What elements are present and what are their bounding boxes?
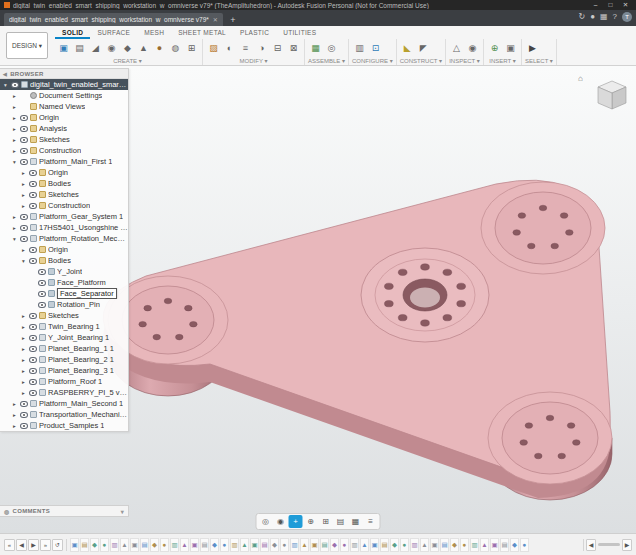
tool-icon[interactable]: ⊞ <box>184 41 199 56</box>
viewcube-cube[interactable] <box>594 78 630 114</box>
timeline-feature-icon[interactable]: ▲ <box>480 538 489 552</box>
browser-item[interactable]: ▸Sketches <box>0 310 128 321</box>
timeline-go-to-start-button[interactable]: « <box>4 539 15 551</box>
ribbon-group-label-insert[interactable]: INSERT ▾ <box>487 57 518 65</box>
browser-item[interactable]: ▸Analysis <box>0 123 128 134</box>
timeline-feature-icon[interactable]: ▥ <box>290 538 299 552</box>
notification-bell-icon[interactable]: ● <box>590 13 595 21</box>
browser-item[interactable]: ▸Transportation_Mechanism 1 <box>0 409 128 420</box>
browser-item[interactable]: ▾Platform_Main_First 1 <box>0 156 128 167</box>
grid-snaps-icon[interactable]: ▦ <box>349 515 363 528</box>
timeline-feature-icon[interactable]: ◆ <box>210 538 219 552</box>
timeline-feature-icon[interactable]: ▤ <box>500 538 509 552</box>
timeline-zoom-slider[interactable] <box>598 543 620 546</box>
timeline-feature-icon[interactable]: ◆ <box>450 538 459 552</box>
visibility-eye-icon[interactable] <box>29 368 37 374</box>
timeline-scroll-left-button[interactable]: ◀ <box>586 539 596 551</box>
timeline-feature-icon[interactable]: ● <box>160 538 169 552</box>
visibility-eye-icon[interactable] <box>20 225 28 231</box>
timeline-feature-icon[interactable]: ▣ <box>190 538 199 552</box>
expand-arrow-icon[interactable]: ▸ <box>11 225 18 231</box>
visibility-eye-icon[interactable] <box>29 324 37 330</box>
timeline-step-back-button[interactable]: ◀ <box>16 539 27 551</box>
expand-arrow-icon[interactable]: ▸ <box>20 181 27 187</box>
tool-icon[interactable]: △ <box>449 41 464 56</box>
viewcube-home-icon[interactable]: ⌂ <box>578 74 583 83</box>
tool-icon[interactable]: ◆ <box>120 41 135 56</box>
close-button[interactable]: ✕ <box>619 1 632 9</box>
ribbon-tab-mesh[interactable]: MESH <box>137 29 171 39</box>
timeline-feature-icon[interactable]: ▥ <box>410 538 419 552</box>
expand-arrow-icon[interactable]: ▸ <box>20 379 27 385</box>
timeline-feature-icon[interactable]: ◆ <box>90 538 99 552</box>
tool-icon[interactable]: ◑ <box>254 41 269 56</box>
collapse-panel-icon[interactable]: ◀ <box>3 71 7 77</box>
viewcube[interactable]: ⌂ <box>578 74 630 118</box>
expand-arrow-icon[interactable]: ▸ <box>11 93 18 99</box>
expand-arrow-icon[interactable]: ▾ <box>11 236 18 242</box>
timeline-feature-icon[interactable]: ▲ <box>420 538 429 552</box>
visibility-eye-icon[interactable] <box>29 346 37 352</box>
new-tab-button[interactable]: + <box>226 13 240 26</box>
tool-icon[interactable]: ▣ <box>56 41 71 56</box>
timeline-feature-icon[interactable]: ◆ <box>150 538 159 552</box>
tool-icon[interactable]: ▶ <box>525 41 540 56</box>
browser-item[interactable]: Y_Joint <box>0 266 128 277</box>
timeline-feature-icon[interactable]: ◆ <box>330 538 339 552</box>
tool-icon[interactable]: ◐ <box>222 41 237 56</box>
browser-item[interactable]: ▸Origin <box>0 112 128 123</box>
visibility-eye-icon[interactable] <box>38 291 46 297</box>
ribbon-tab-utilities[interactable]: UTILITIES <box>276 29 323 39</box>
timeline-feature-icon[interactable]: ● <box>460 538 469 552</box>
expand-arrow-icon[interactable]: ▸ <box>20 335 27 341</box>
timeline-feature-icon[interactable]: ▲ <box>300 538 309 552</box>
tool-icon[interactable]: ◉ <box>104 41 119 56</box>
browser-item[interactable]: ▸Planet_Bearing_2 1 <box>0 354 128 365</box>
browser-item[interactable]: ▸17HS5401_Usongshine v... <box>0 222 128 233</box>
visibility-eye-icon[interactable] <box>29 379 37 385</box>
browser-item[interactable]: ▸RASPBERRY_PI_5 v1 1 <box>0 387 128 398</box>
tool-icon[interactable]: ◤ <box>416 41 431 56</box>
browser-header[interactable]: ◀ BROWSER <box>0 69 128 79</box>
expand-arrow-icon[interactable]: ▸ <box>11 137 18 143</box>
ribbon-tab-solid[interactable]: SOLID <box>55 29 90 39</box>
tool-icon[interactable]: ⊡ <box>368 41 383 56</box>
browser-item[interactable]: ▸Bodies <box>0 178 128 189</box>
timeline-feature-icon[interactable]: ▥ <box>170 538 179 552</box>
help-icon[interactable]: ? <box>613 13 617 21</box>
timeline-feature-icon[interactable]: ▣ <box>370 538 379 552</box>
tool-icon[interactable]: ▥ <box>352 41 367 56</box>
expand-arrow-icon[interactable]: ▾ <box>20 258 27 264</box>
timeline-feature-icon[interactable]: ▣ <box>130 538 139 552</box>
display-settings-icon[interactable]: ▤ <box>334 515 348 528</box>
timeline-play-button[interactable]: ▶ <box>28 539 39 551</box>
look-at-icon[interactable]: ◉ <box>274 515 288 528</box>
job-status-icon[interactable]: ↻ <box>578 13 585 21</box>
timeline-feature-icon[interactable]: ● <box>220 538 229 552</box>
timeline-feature-icon[interactable]: ▲ <box>120 538 129 552</box>
fit-icon[interactable]: ⊞ <box>319 515 333 528</box>
visibility-eye-icon[interactable] <box>20 214 28 220</box>
tool-icon[interactable]: ◎ <box>324 41 339 56</box>
expand-arrow-icon[interactable]: ▸ <box>20 390 27 396</box>
visibility-eye-icon[interactable] <box>29 313 37 319</box>
timeline-feature-icon[interactable]: ▲ <box>360 538 369 552</box>
ribbon-group-label-configure[interactable]: CONFIGURE ▾ <box>352 57 393 65</box>
visibility-eye-icon[interactable] <box>29 258 37 264</box>
browser-item[interactable]: ▸Construction <box>0 145 128 156</box>
tool-icon[interactable]: ◉ <box>465 41 480 56</box>
timeline-feature-icon[interactable]: ▤ <box>440 538 449 552</box>
visibility-eye-icon[interactable] <box>20 148 28 154</box>
tool-icon[interactable]: ◢ <box>88 41 103 56</box>
timeline-feature-icon[interactable]: ● <box>400 538 409 552</box>
timeline-feature-icon[interactable]: ◆ <box>510 538 519 552</box>
ribbon-group-label-construct[interactable]: CONSTRUCT ▾ <box>400 57 442 65</box>
timeline-feature-icon[interactable]: ▣ <box>430 538 439 552</box>
expand-arrow-icon[interactable]: ▸ <box>20 170 27 176</box>
browser-item[interactable]: ▸Named Views <box>0 101 128 112</box>
bottom-right-pod-face[interactable] <box>502 402 598 474</box>
tool-icon[interactable]: ▲ <box>136 41 151 56</box>
timeline-feature-icon[interactable]: ▤ <box>80 538 89 552</box>
visibility-eye-icon[interactable] <box>20 423 28 429</box>
timeline-feature-icon[interactable]: ▥ <box>470 538 479 552</box>
